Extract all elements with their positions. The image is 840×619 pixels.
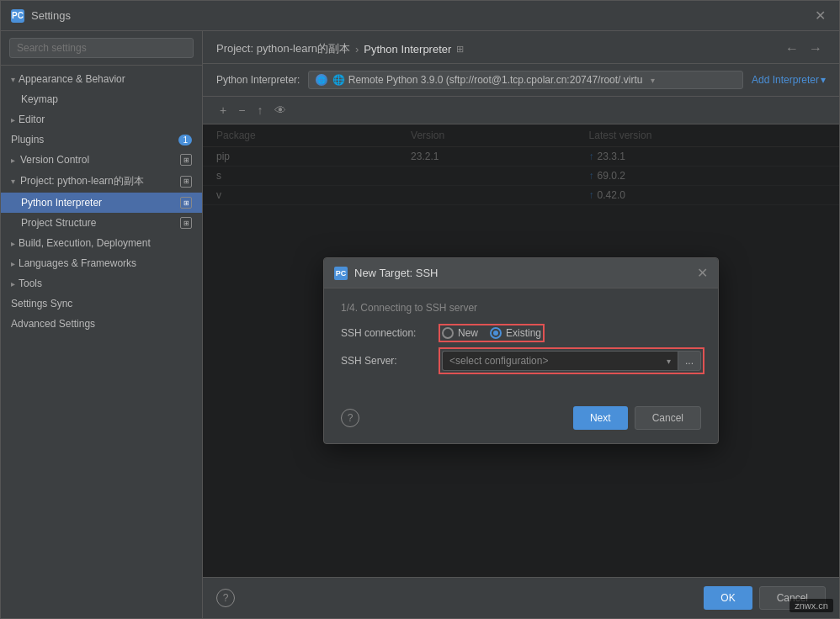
- interpreter-value: 🌐 Remote Python 3.9.0 (sftp://root@1.tcp…: [332, 74, 642, 86]
- breadcrumb-separator: ›: [355, 43, 359, 56]
- ssh-server-input-group: <select configuration> ▾ ...: [442, 351, 701, 371]
- nav-forward-button[interactable]: →: [805, 40, 826, 58]
- sidebar-item-label: Keymap: [21, 93, 58, 105]
- chevron-right-icon: ▸: [11, 279, 15, 288]
- sidebar-item-project[interactable]: ▾ Project: python-learn的副本 ⊞: [1, 170, 202, 193]
- ssh-browse-button[interactable]: ...: [678, 351, 701, 371]
- sidebar-nav: ▾ Appearance & Behavior Keymap ▸ Editor …: [1, 66, 202, 618]
- sidebar-item-tools[interactable]: ▸ Tools: [1, 273, 202, 294]
- sidebar-item-plugins[interactable]: Plugins 1: [1, 130, 202, 150]
- interpreter-dropdown[interactable]: 🌐 🌐 Remote Python 3.9.0 (sftp://root@1.t…: [308, 71, 743, 89]
- dialog-close-button[interactable]: ✕: [697, 265, 708, 281]
- sidebar-item-editor[interactable]: ▸ Editor: [1, 109, 202, 130]
- interpreter-bar: Python Interpreter: 🌐 🌐 Remote Python 3.…: [203, 64, 839, 97]
- dialog-step: 1/4. Connecting to SSH server: [341, 302, 701, 314]
- ssh-connection-options: New Existing: [442, 327, 541, 339]
- sidebar-item-keymap[interactable]: Keymap: [1, 89, 202, 109]
- sidebar-item-appearance[interactable]: ▾ Appearance & Behavior: [1, 69, 202, 89]
- chevron-right-icon: ▸: [11, 259, 15, 268]
- package-table-container: Package Version Latest version pip 23.2.…: [203, 124, 839, 577]
- cancel-button[interactable]: Cancel: [635, 406, 701, 430]
- app-icon: PC: [11, 9, 24, 23]
- sidebar-item-label: Build, Execution, Deployment: [19, 237, 151, 249]
- sidebar-item-label: Editor: [19, 114, 45, 125]
- panel-header: Project: python-learn的副本 › Python Interp…: [203, 31, 839, 64]
- watermark: znwx.cn: [789, 599, 833, 612]
- browse-btn-label: ...: [685, 355, 694, 367]
- content-area: ▾ Appearance & Behavior Keymap ▸ Editor …: [1, 31, 839, 618]
- sidebar-item-build-exec[interactable]: ▸ Build, Execution, Deployment: [1, 233, 202, 253]
- bottom-bar: ? OK Cancel: [203, 577, 839, 618]
- settings-window: PC Settings ✕ ▾ Appearance & Behavior Ke…: [0, 0, 840, 619]
- panel-nav-icons: ← →: [782, 40, 826, 58]
- plugins-badge: 1: [178, 135, 192, 145]
- sidebar-item-label: Settings Sync: [11, 298, 72, 310]
- add-interpreter-arrow: ▾: [821, 74, 826, 86]
- interpreter-icon: ⊞: [180, 197, 192, 209]
- ssh-server-row: SSH Server: <select configuration> ▾ ...: [341, 351, 701, 371]
- next-button[interactable]: Next: [573, 406, 628, 430]
- ssh-server-placeholder: <select configuration>: [449, 355, 548, 367]
- title-bar-left: PC Settings: [11, 9, 71, 23]
- window-title: Settings: [31, 9, 71, 22]
- existing-option-label: Existing: [506, 327, 541, 339]
- new-radio-button[interactable]: [442, 327, 454, 339]
- sidebar-item-label: Project: python-learn的副本: [20, 174, 144, 188]
- title-bar: PC Settings ✕: [1, 1, 839, 31]
- interpreter-label: Python Interpreter:: [216, 74, 300, 86]
- package-toolbar: + − ↑ 👁: [203, 97, 839, 124]
- sidebar-item-label: Python Interpreter: [21, 197, 102, 209]
- new-option-label: New: [458, 327, 478, 339]
- nav-back-button[interactable]: ←: [782, 40, 802, 58]
- main-panel: Project: python-learn的副本 › Python Interp…: [203, 31, 839, 618]
- breadcrumb-current: Python Interpreter: [364, 43, 451, 56]
- sidebar: ▾ Appearance & Behavior Keymap ▸ Editor …: [1, 31, 203, 618]
- dialog-overlay: PC New Target: SSH ✕ 1/4. Connecting to …: [203, 124, 839, 577]
- sidebar-item-label: Advanced Settings: [11, 318, 95, 330]
- dropdown-arrow-icon: ▾: [651, 76, 655, 85]
- version-control-icon: ⊞: [180, 154, 192, 166]
- sidebar-item-languages[interactable]: ▸ Languages & Frameworks: [1, 253, 202, 273]
- close-button[interactable]: ✕: [811, 6, 829, 25]
- dialog-actions: Next Cancel: [573, 406, 701, 430]
- server-label: SSH Server:: [341, 355, 433, 367]
- ok-button[interactable]: OK: [704, 586, 752, 610]
- chevron-down-icon: ▾: [11, 177, 15, 186]
- sidebar-item-python-interpreter[interactable]: Python Interpreter ⊞: [1, 193, 202, 213]
- existing-radio-button[interactable]: [490, 327, 502, 339]
- ssh-server-dropdown[interactable]: <select configuration> ▾: [442, 351, 678, 371]
- existing-option[interactable]: Existing: [490, 327, 541, 339]
- upgrade-package-button[interactable]: ↑: [253, 102, 266, 119]
- sidebar-item-label: Plugins: [11, 134, 44, 145]
- interpreter-remote-icon: 🌐: [316, 74, 327, 86]
- new-option[interactable]: New: [442, 327, 478, 339]
- sidebar-item-settings-sync[interactable]: Settings Sync: [1, 294, 202, 314]
- search-input[interactable]: [9, 38, 194, 58]
- ssh-connection-row: SSH connection: New Existing: [341, 327, 701, 339]
- sidebar-item-label: Project Structure: [21, 217, 96, 229]
- breadcrumb-parent: Project: python-learn的副本: [216, 41, 350, 56]
- sidebar-item-advanced-settings[interactable]: Advanced Settings: [1, 314, 202, 334]
- dialog-help-button[interactable]: ?: [341, 409, 359, 427]
- add-package-button[interactable]: +: [216, 102, 230, 119]
- sidebar-item-project-structure[interactable]: Project Structure ⊞: [1, 213, 202, 233]
- dialog-title-left: PC New Target: SSH: [334, 267, 438, 280]
- dialog-footer: ? Next Cancel: [324, 396, 718, 443]
- connection-label: SSH connection:: [341, 327, 433, 339]
- add-interpreter-label: Add Interpreter: [752, 74, 819, 86]
- project-icon: ⊞: [180, 176, 192, 188]
- remove-package-button[interactable]: −: [235, 102, 248, 119]
- chevron-right-icon: ▸: [11, 156, 15, 165]
- search-box: [1, 31, 202, 66]
- sidebar-item-label: Appearance & Behavior: [19, 73, 125, 85]
- help-button[interactable]: ?: [216, 589, 235, 607]
- sidebar-item-label: Languages & Frameworks: [19, 257, 136, 269]
- sidebar-item-version-control[interactable]: ▸ Version Control ⊞: [1, 150, 202, 170]
- dialog-title: New Target: SSH: [354, 267, 438, 279]
- view-package-button[interactable]: 👁: [271, 102, 290, 119]
- sidebar-item-label: Tools: [19, 278, 42, 289]
- dropdown-arrow-icon: ▾: [667, 357, 671, 366]
- add-interpreter-button[interactable]: Add Interpreter ▾: [752, 74, 826, 86]
- breadcrumb: Project: python-learn的副本 › Python Interp…: [216, 41, 464, 56]
- dialog-app-icon: PC: [334, 267, 348, 280]
